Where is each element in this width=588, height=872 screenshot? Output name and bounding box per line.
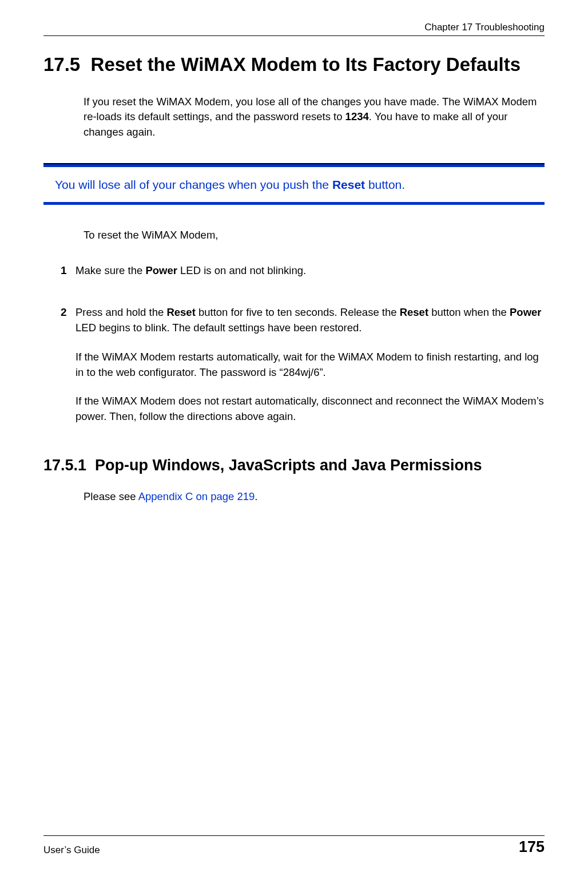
page-header: Chapter 17 Troubleshooting — [43, 22, 545, 36]
callout-bold: Reset — [332, 178, 365, 191]
appendix-after: . — [255, 490, 257, 502]
step1-b: Power — [145, 264, 177, 276]
footer-page-number: 175 — [519, 838, 545, 856]
step-number: 1 — [61, 263, 76, 292]
subsection-number: 17.5.1 — [43, 457, 86, 474]
appendix-link[interactable]: Appendix C on page 219 — [138, 490, 255, 502]
default-password: 1234 — [345, 110, 369, 122]
intro-paragraph: If you reset the WiMAX Modem, you lose a… — [84, 94, 545, 140]
step1-a: Make sure the — [76, 264, 145, 276]
appendix-before: Please see — [84, 490, 138, 502]
main-content: 17.5 Reset the WiMAX Modem to Its Factor… — [43, 36, 545, 835]
callout-box: You will lose all of your changes when y… — [43, 163, 545, 205]
step-1: 1 Make sure the Power LED is on and not … — [61, 263, 545, 292]
step2-e: button when the — [428, 306, 510, 318]
subintro-text: To reset the WiMAX Modem, — [84, 228, 545, 243]
appendix-paragraph: Please see Appendix C on page 219. — [84, 490, 545, 503]
section-heading: 17.5 Reset the WiMAX Modem to Its Factor… — [43, 53, 545, 76]
step2-g: LED begins to blink. The default setting… — [76, 322, 362, 334]
footer-guide-label: User’s Guide — [43, 845, 100, 856]
step-body: Press and hold the Reset button for five… — [76, 305, 545, 438]
subsection-heading: 17.5.1 Pop-up Windows, JavaScripts and J… — [43, 457, 545, 474]
callout-before: You will lose all of your changes when y… — [55, 178, 332, 191]
step1-c: LED is on and not blinking. — [177, 264, 306, 276]
section-number: 17.5 — [43, 54, 80, 75]
step2-d: Reset — [400, 306, 428, 318]
step-number: 2 — [61, 305, 76, 438]
step-body: Make sure the Power LED is on and not bl… — [76, 263, 545, 292]
callout-after: button. — [365, 178, 405, 191]
step2-b: Reset — [166, 306, 195, 318]
post-step-p2: If the WiMAX Modem does not restart auto… — [76, 394, 545, 425]
callout-text: You will lose all of your changes when y… — [43, 164, 545, 202]
page-footer: User’s Guide 175 — [43, 835, 545, 872]
step2-a: Press and hold the — [76, 306, 166, 318]
step-2: 2 Press and hold the Reset button for fi… — [61, 305, 545, 438]
subsection-title: Pop-up Windows, JavaScripts and Java Per… — [95, 457, 482, 474]
step2-c: button for five to ten seconds. Release … — [196, 306, 400, 318]
section-title: Reset the WiMAX Modem to Its Factory Def… — [91, 54, 521, 75]
post-step-p1: If the WiMAX Modem restarts automaticall… — [76, 350, 545, 380]
step2-f: Power — [510, 306, 542, 318]
